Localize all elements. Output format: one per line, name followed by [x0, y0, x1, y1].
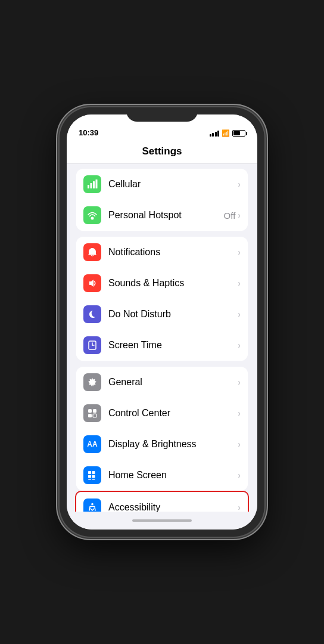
homescreen-label: Home Screen [108, 470, 238, 481]
sidebar-item-hotspot[interactable]: Personal Hotspot Off › [76, 200, 248, 231]
group-general: General › Control Center [67, 367, 257, 512]
hotspot-label: Personal Hotspot [108, 210, 224, 221]
battery-icon [232, 130, 245, 137]
notifications-chevron: › [238, 247, 241, 257]
general-chevron: › [238, 377, 241, 387]
group-connectivity: Cellular › Personal Hotspot Off [67, 169, 257, 231]
group-general-inner: General › Control Center [76, 367, 248, 491]
homescreen-chevron: › [238, 470, 241, 480]
svg-rect-10 [88, 409, 92, 413]
svg-point-20 [91, 503, 94, 506]
sidebar-item-accessibility[interactable]: Accessibility › [76, 492, 248, 512]
notifications-icon [83, 243, 101, 261]
scroll-content[interactable]: Cellular › Personal Hotspot Off [67, 164, 257, 512]
svg-point-4 [91, 217, 94, 220]
signal-bars-icon [210, 131, 220, 137]
home-indicator [67, 512, 257, 530]
svg-rect-19 [92, 479, 95, 480]
sidebar-item-sounds[interactable]: Sounds & Haptics › [76, 268, 248, 299]
svg-rect-1 [91, 183, 92, 188]
cellular-icon [83, 175, 101, 193]
sidebar-item-general[interactable]: General › [76, 367, 248, 398]
hotspot-chevron: › [238, 210, 241, 220]
screentime-label: Screen Time [108, 340, 238, 351]
notch [126, 107, 198, 122]
dnd-icon [83, 305, 101, 323]
sidebar-item-display[interactable]: AA Display & Brightness › [76, 429, 248, 460]
svg-rect-2 [93, 181, 95, 188]
hotspot-value: Off [224, 210, 236, 221]
svg-rect-14 [88, 471, 91, 474]
sounds-label: Sounds & Haptics [108, 278, 238, 289]
sidebar-item-homescreen[interactable]: Home Screen › [76, 460, 248, 491]
group-notifications: Notifications › Sounds & Haptics › [67, 237, 257, 361]
svg-rect-12 [88, 414, 92, 417]
sidebar-item-cellular[interactable]: Cellular › [76, 169, 248, 200]
dnd-chevron: › [238, 309, 241, 319]
nav-bar: Settings [67, 141, 257, 164]
phone-frame: 10:39 📶 Settings [60, 107, 264, 537]
accessibility-chevron: › [238, 503, 241, 512]
sidebar-item-dnd[interactable]: Do Not Disturb › [76, 299, 248, 330]
dnd-label: Do Not Disturb [108, 309, 238, 320]
accessibility-highlighted-container: Accessibility › [75, 491, 249, 512]
general-label: General [108, 377, 238, 388]
svg-rect-0 [88, 185, 89, 188]
display-icon: AA [83, 435, 101, 453]
homescreen-icon [83, 466, 101, 484]
sidebar-item-controlcenter[interactable]: Control Center › [76, 398, 248, 429]
sidebar-item-screentime[interactable]: Screen Time › [76, 330, 248, 361]
hotspot-icon [83, 206, 101, 224]
svg-rect-18 [88, 479, 91, 480]
status-time: 10:39 [79, 128, 98, 137]
svg-rect-3 [96, 179, 98, 188]
screentime-chevron: › [238, 340, 241, 350]
controlcenter-icon [83, 404, 101, 422]
sounds-icon [83, 274, 101, 292]
svg-rect-17 [92, 475, 95, 478]
group-connectivity-inner: Cellular › Personal Hotspot Off [76, 169, 248, 231]
cellular-label: Cellular [108, 179, 238, 190]
svg-rect-13 [93, 414, 96, 417]
status-icons: 📶 [210, 129, 246, 137]
group-notifications-inner: Notifications › Sounds & Haptics › [76, 237, 248, 361]
accessibility-label: Accessibility [108, 502, 238, 512]
controlcenter-label: Control Center [108, 408, 238, 419]
svg-rect-16 [88, 475, 91, 478]
page-title: Settings [76, 145, 248, 157]
accessibility-icon [83, 499, 101, 512]
home-bar [132, 519, 192, 522]
general-icon [83, 373, 101, 391]
phone-screen: 10:39 📶 Settings [67, 114, 257, 530]
display-label: Display & Brightness [108, 439, 238, 450]
svg-marker-5 [89, 280, 94, 287]
sounds-chevron: › [238, 278, 241, 288]
sidebar-item-notifications[interactable]: Notifications › [76, 237, 248, 268]
svg-rect-11 [93, 409, 96, 413]
notifications-label: Notifications [108, 247, 238, 258]
display-chevron: › [238, 439, 241, 449]
cellular-chevron: › [238, 179, 241, 189]
screentime-icon [83, 336, 101, 354]
wifi-icon: 📶 [222, 129, 230, 137]
controlcenter-chevron: › [238, 408, 241, 418]
svg-rect-15 [92, 471, 95, 474]
